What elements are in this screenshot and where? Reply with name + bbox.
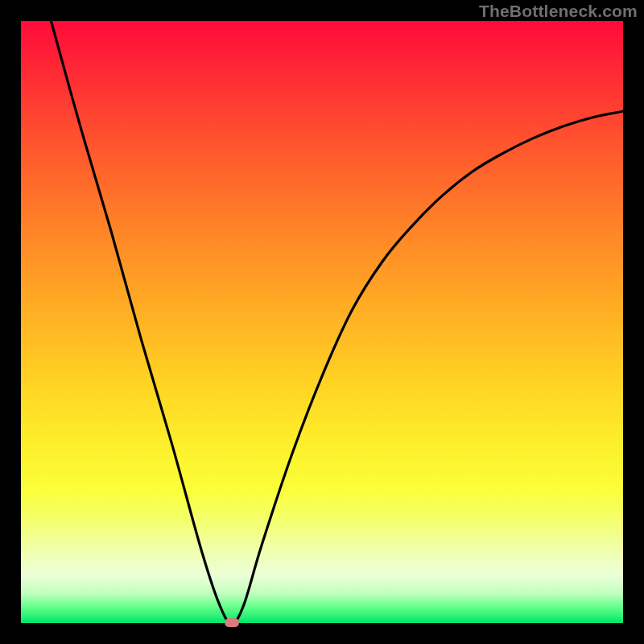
- optimal-marker: [225, 618, 239, 627]
- chart-frame: TheBottleneck.com: [0, 0, 644, 644]
- curve-svg: [21, 21, 623, 623]
- watermark-text: TheBottleneck.com: [479, 2, 638, 21]
- bottleneck-curve: [51, 21, 623, 623]
- plot-area: [21, 21, 623, 623]
